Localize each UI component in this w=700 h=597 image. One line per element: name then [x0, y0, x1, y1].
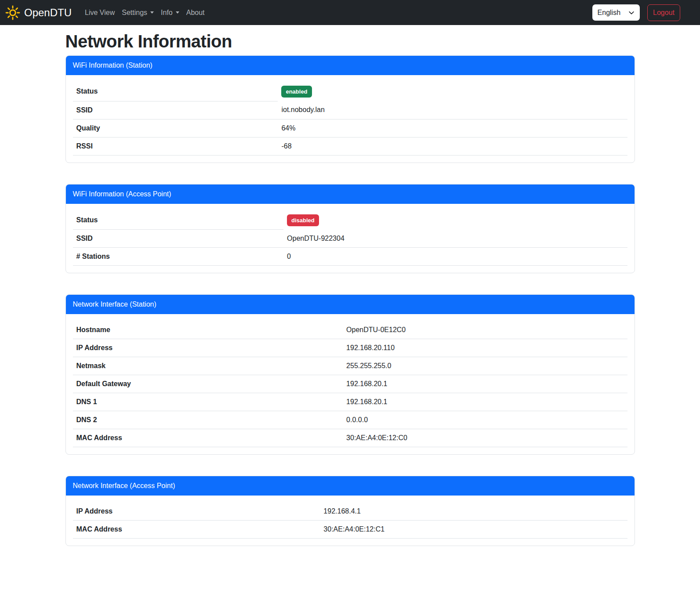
info-table: IP Address192.168.4.1MAC Address30:AE:A4…: [73, 503, 627, 539]
row-value: disabled: [283, 211, 627, 230]
row-value: iot.nobody.lan: [278, 101, 627, 119]
row-label: MAC Address: [73, 521, 320, 539]
card-wifi-information-station: WiFi Information (Station)StatusenabledS…: [65, 55, 635, 163]
row-value: 255.255.255.0: [343, 357, 627, 375]
row-value: 30:AE:A4:0E:12:C1: [320, 521, 627, 539]
card-body: HostnameOpenDTU-0E12C0IP Address192.168.…: [66, 314, 635, 454]
row-label: MAC Address: [73, 429, 343, 447]
navbar-right: English Logout: [592, 4, 680, 21]
card-network-interface-station: Network Interface (Station)HostnameOpenD…: [65, 294, 635, 455]
row-label: DNS 1: [73, 393, 343, 411]
nav-item: Live View: [81, 5, 118, 20]
nav-menu: Live ViewSettingsInfoAbout: [81, 5, 208, 20]
card-body: IP Address192.168.4.1MAC Address30:AE:A4…: [66, 496, 635, 546]
row-label: SSID: [73, 230, 284, 248]
row-label: Default Gateway: [73, 375, 343, 393]
row-label: SSID: [73, 101, 278, 119]
row-value: OpenDTU-0E12C0: [343, 321, 627, 339]
cards-container: WiFi Information (Station)StatusenabledS…: [65, 55, 635, 546]
nav-item-live-view[interactable]: Live View: [81, 5, 118, 20]
row-label: Status: [73, 82, 278, 101]
nav-item-info[interactable]: Info: [157, 5, 183, 20]
row-value: 0.0.0.0: [343, 411, 627, 429]
row-value: -68: [278, 137, 627, 155]
language-select[interactable]: English: [592, 4, 640, 21]
card-body: StatusenabledSSIDiot.nobody.lanQuality64…: [66, 75, 635, 163]
row-label: # Stations: [73, 248, 284, 266]
row-value: 192.168.4.1: [320, 503, 627, 521]
table-row: Default Gateway192.168.20.1: [73, 375, 627, 393]
row-value: enabled: [278, 82, 627, 101]
info-table: StatusdisabledSSIDOpenDTU-922304# Statio…: [73, 211, 627, 266]
table-row: IP Address192.168.20.110: [73, 339, 627, 357]
row-label: Quality: [73, 119, 278, 137]
row-label: Netmask: [73, 357, 343, 375]
brand-link[interactable]: OpenDTU: [5, 5, 72, 20]
info-table: StatusenabledSSIDiot.nobody.lanQuality64…: [73, 82, 627, 156]
chevron-down-icon: [628, 10, 635, 16]
row-label: IP Address: [73, 339, 343, 357]
navbar: OpenDTU Live ViewSettingsInfoAbout Engli…: [0, 0, 700, 25]
table-row: IP Address192.168.4.1: [73, 503, 627, 521]
row-label: Status: [73, 211, 284, 230]
card-network-interface-access-point: Network Interface (Access Point)IP Addre…: [65, 476, 635, 546]
nav-item-about[interactable]: About: [183, 5, 208, 20]
nav-item: Info: [157, 5, 183, 20]
card-body: StatusdisabledSSIDOpenDTU-922304# Statio…: [66, 204, 635, 273]
language-select-value: English: [598, 9, 620, 17]
row-label: IP Address: [73, 503, 320, 521]
table-row: MAC Address30:AE:A4:0E:12:C0: [73, 429, 627, 447]
row-value: 64%: [278, 119, 627, 137]
row-value: OpenDTU-922304: [283, 230, 627, 248]
table-row: MAC Address30:AE:A4:0E:12:C1: [73, 521, 627, 539]
table-row: Netmask255.255.255.0: [73, 357, 627, 375]
sun-icon: [5, 5, 20, 20]
row-value: 192.168.20.1: [343, 375, 627, 393]
caret-down-icon: [176, 11, 179, 14]
table-row: Statusdisabled: [73, 211, 627, 230]
table-row: # Stations0: [73, 248, 627, 266]
row-value: 0: [283, 248, 627, 266]
nav-item: Settings: [118, 5, 157, 20]
page-title: Network Information: [65, 32, 635, 51]
row-label: DNS 2: [73, 411, 343, 429]
table-row: DNS 1192.168.20.1: [73, 393, 627, 411]
row-label: Hostname: [73, 321, 343, 339]
main-content: Network Information WiFi Information (St…: [60, 32, 640, 546]
card-header: Network Interface (Station): [66, 295, 635, 314]
table-row: DNS 20.0.0.0: [73, 411, 627, 429]
table-row: RSSI-68: [73, 137, 627, 155]
card-header: WiFi Information (Access Point): [66, 185, 635, 204]
row-value: 192.168.20.1: [343, 393, 627, 411]
card-wifi-information-access-point: WiFi Information (Access Point)Statusdis…: [65, 184, 635, 274]
row-value: 192.168.20.110: [343, 339, 627, 357]
brand-label: OpenDTU: [24, 7, 72, 19]
logout-button[interactable]: Logout: [647, 4, 680, 21]
status-badge: enabled: [281, 86, 312, 98]
card-header: Network Interface (Access Point): [66, 476, 635, 496]
caret-down-icon: [150, 11, 154, 14]
status-badge: disabled: [287, 214, 319, 226]
nav-item: About: [183, 5, 208, 20]
card-header: WiFi Information (Station): [66, 56, 635, 75]
table-row: HostnameOpenDTU-0E12C0: [73, 321, 627, 339]
info-table: HostnameOpenDTU-0E12C0IP Address192.168.…: [73, 321, 627, 447]
row-value: 30:AE:A4:0E:12:C0: [343, 429, 627, 447]
table-row: Statusenabled: [73, 82, 627, 101]
nav-item-settings[interactable]: Settings: [118, 5, 157, 20]
table-row: SSIDOpenDTU-922304: [73, 230, 627, 248]
table-row: SSIDiot.nobody.lan: [73, 101, 627, 119]
table-row: Quality64%: [73, 119, 627, 137]
row-label: RSSI: [73, 137, 278, 155]
